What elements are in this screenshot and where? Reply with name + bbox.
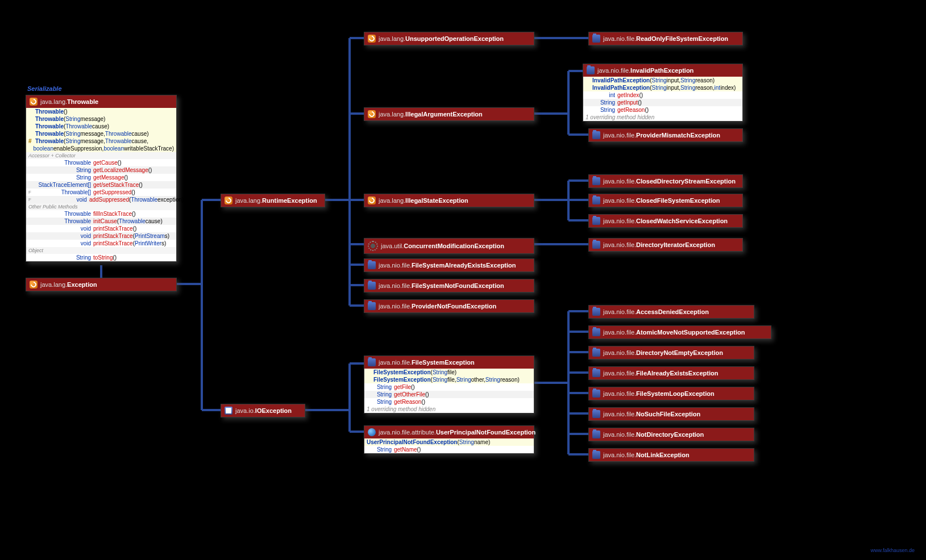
folder-icon (592, 431, 600, 438)
gear-icon (368, 241, 378, 251)
node-uoe: java.lang.UnsupportedOperationException (364, 32, 534, 45)
serializable-label: Serializable (27, 85, 62, 92)
folder-icon (592, 328, 600, 336)
folder-icon (592, 131, 600, 139)
node-faee: java.nio.file.FileAlreadyExistsException (588, 366, 754, 380)
folder-icon (592, 349, 600, 357)
node-upnfe: java.nio.file.attribute.UserPrincipalNot… (364, 425, 534, 454)
throwable-object: String toString () (26, 254, 176, 261)
folder-icon (592, 410, 600, 418)
node-throwable: java.lang.Throwable Throwable () Throwab… (26, 95, 177, 262)
node-cme: java.util.ConcurrentModificationExceptio… (364, 238, 534, 254)
node-fse: java.nio.file.FileSystemException FileSy… (364, 356, 534, 413)
folder-icon (592, 241, 600, 249)
node-runtime-exception: java.lang.RuntimeException (221, 194, 325, 207)
class-icon (368, 197, 376, 204)
node-ipe: java.nio.file.InvalidPathException Inval… (583, 64, 743, 122)
upnfe-method: String getName () (364, 446, 534, 453)
node-amnse: java.nio.file.AtomicMoveNotSupportedExce… (588, 325, 771, 339)
node-die: java.nio.file.DirectoryIteratorException (588, 238, 743, 252)
throwable-others: Throwable fillInStackTrace ()Throwable i… (26, 210, 176, 247)
circle-icon (368, 428, 376, 436)
node-ise: java.lang.IllegalStateException (364, 194, 534, 207)
node-iae: java.lang.IllegalArgumentException (364, 107, 534, 121)
node-nle: java.nio.file.NotLinkException (588, 448, 754, 462)
folder-icon (368, 261, 376, 269)
upnfe-constructor: UserPrincipalNotFoundException (String n… (364, 438, 534, 446)
node-ade: java.nio.file.AccessDeniedException (588, 305, 754, 319)
folder-icon (592, 217, 600, 225)
node-fsnfe: java.nio.file.FileSystemNotFoundExceptio… (364, 279, 534, 292)
folder-icon (587, 66, 595, 74)
io-icon (225, 407, 232, 415)
fse-methods: String getFile ()String getOtherFile ()S… (364, 383, 534, 413)
node-ioexception: java.io.IOException (221, 404, 305, 417)
footer-link[interactable]: www.falkhausen.de (870, 548, 915, 553)
folder-icon (592, 308, 600, 316)
folder-icon (368, 358, 376, 366)
header-throwable: java.lang.Throwable (26, 95, 176, 108)
class-icon (30, 98, 38, 106)
node-nde: java.nio.file.NotDirectoryException (588, 428, 754, 441)
folder-icon (368, 282, 376, 290)
class-icon (368, 110, 376, 118)
node-rofse: java.nio.file.ReadOnlyFileSystemExceptio… (588, 32, 743, 45)
section-object: Object (26, 247, 176, 254)
section-other: Other Public Methods (26, 203, 176, 210)
folder-icon (368, 302, 376, 310)
node-pnfe: java.nio.file.ProviderNotFoundException (364, 299, 534, 313)
class-icon (30, 281, 38, 289)
folder-icon (592, 177, 600, 185)
folder-icon (592, 369, 600, 377)
node-dnee: java.nio.file.DirectoryNotEmptyException (588, 346, 754, 360)
throwable-accessors: Throwable getCause ()String getLocalized… (26, 159, 176, 203)
ipe-methods: int getIndex ()String getInput ()String … (583, 91, 742, 121)
node-cwse: java.nio.file.ClosedWatchServiceExceptio… (588, 214, 743, 228)
folder-icon (592, 390, 600, 398)
section-accessor: Accessor + Collector (26, 152, 176, 159)
node-cfse: java.nio.file.ClosedFileSystemException (588, 194, 743, 207)
throwable-constructors: Throwable () Throwable (String message) … (26, 108, 176, 152)
class-icon (225, 197, 232, 204)
folder-icon (592, 197, 600, 204)
class-icon (368, 35, 376, 43)
node-cdse: java.nio.file.ClosedDirectoryStreamExcep… (588, 174, 743, 188)
node-nsfe: java.nio.file.NoSuchFileException (588, 407, 754, 421)
folder-icon (592, 451, 600, 459)
ipe-constructors: InvalidPathException (String input, Stri… (583, 77, 742, 91)
node-exception: java.lang.Exception (26, 278, 177, 291)
node-fsaee: java.nio.file.FileSystemAlreadyExistsExc… (364, 258, 534, 272)
node-pme: java.nio.file.ProviderMismatchException (588, 128, 743, 142)
node-fsle: java.nio.file.FileSystemLoopException (588, 387, 754, 400)
fse-constructors: FileSystemException (String file) FileSy… (364, 369, 534, 383)
folder-icon (592, 35, 600, 43)
